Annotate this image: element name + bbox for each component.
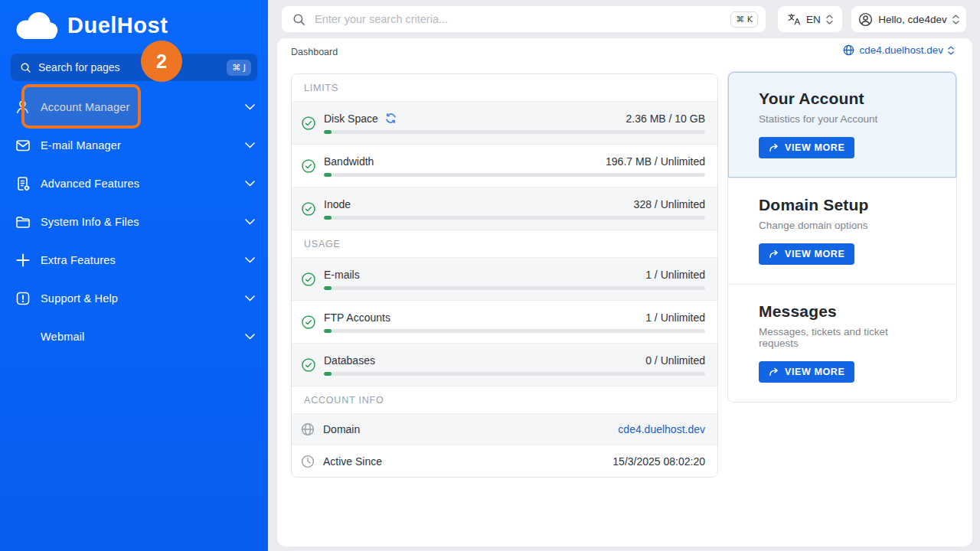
stat-label: Databases	[324, 354, 375, 367]
check-circle-icon	[301, 201, 316, 217]
info-value: 15/3/2025 08:02:20	[612, 455, 705, 468]
stat-value: 328 / Unlimited	[634, 198, 705, 210]
sidebar-item-label: Support & Help	[41, 292, 245, 305]
progress-fill	[324, 372, 332, 376]
section-header-account-info: ACCOUNT INFO	[292, 386, 717, 414]
view-more-button[interactable]: VIEW MORE	[759, 137, 854, 158]
translate-icon	[787, 12, 801, 26]
account-stats-table: LIMITS Disk Space 2.36 MB / 10 GB	[291, 73, 718, 478]
app-logo[interactable]: DuelHost	[0, 0, 268, 51]
view-more-button[interactable]: VIEW MORE	[759, 361, 854, 383]
card-your-account: Your Account Statistics for your Account…	[728, 72, 956, 178]
cloud-logo-icon	[11, 8, 61, 43]
progress-fill	[324, 286, 332, 290]
check-circle-icon	[301, 116, 316, 131]
progress-bar	[324, 173, 705, 177]
check-circle-icon	[301, 158, 316, 174]
view-more-label: VIEW MORE	[785, 142, 844, 153]
tutorial-highlight-box	[21, 84, 141, 129]
stat-label: FTP Accounts	[324, 311, 390, 324]
stat-label: Disk Space	[324, 112, 378, 125]
tutorial-step-badge: 2	[141, 41, 182, 82]
globe-icon	[301, 422, 315, 436]
card-domain-setup: Domain Setup Change domain options VIEW …	[728, 178, 956, 285]
sidebar-item-support-help[interactable]: Support & Help	[0, 279, 268, 318]
chevron-down-icon	[245, 295, 255, 302]
domain-selector[interactable]: cde4.duelhost.dev	[843, 44, 954, 56]
progress-fill	[324, 173, 332, 177]
card-title: Your Account	[759, 90, 926, 108]
section-header-usage: USAGE	[292, 230, 717, 258]
globe-icon	[843, 44, 854, 56]
language-selector[interactable]: EN	[778, 6, 842, 32]
keyboard-shortcut-badge: ⌘ K	[730, 11, 758, 28]
clock-icon	[301, 455, 315, 468]
search-icon	[292, 13, 305, 26]
plus-icon	[15, 253, 31, 268]
table-row: Domain cde4.duelhost.dev	[292, 414, 717, 445]
global-search[interactable]: ⌘ K	[282, 6, 766, 32]
sidebar-item-email-manager[interactable]: E-mail Manager	[0, 126, 268, 165]
refresh-icon[interactable]	[385, 112, 397, 124]
card-messages: Messages Messages, tickets and ticket re…	[728, 285, 956, 402]
sidebar-item-advanced-features[interactable]: Advanced Features	[0, 165, 268, 203]
progress-fill	[324, 216, 332, 220]
progress-bar	[324, 130, 705, 134]
stat-value: 1 / Unlimited	[645, 269, 705, 281]
sidebar-item-system-info-files[interactable]: System Info & Files	[0, 203, 268, 241]
user-greeting: Hello, cde4dev	[878, 14, 946, 25]
table-row: Disk Space 2.36 MB / 10 GB	[292, 102, 717, 145]
main-panel: Dashboard cde4.duelhost.dev LIMITS Disk …	[277, 38, 972, 546]
updown-chevron-icon	[948, 46, 954, 55]
global-search-input[interactable]	[315, 13, 730, 25]
updown-chevron-icon	[826, 15, 833, 24]
chevron-down-icon	[245, 257, 255, 263]
current-domain: cde4.duelhost.dev	[859, 44, 943, 56]
stat-value: 196.7 MB / Unlimited	[606, 155, 705, 168]
sidebar-item-label: E-mail Manager	[41, 139, 245, 152]
exclamation-square-icon	[15, 291, 31, 306]
view-more-label: VIEW MORE	[785, 249, 844, 259]
domain-link[interactable]: cde4.duelhost.dev	[618, 423, 705, 435]
redirect-arrow-icon	[769, 367, 779, 377]
table-row: Inode 328 / Unlimited	[292, 187, 717, 230]
sidebar-item-label: Extra Features	[41, 254, 245, 266]
progress-fill	[324, 130, 332, 134]
chevron-down-icon	[245, 142, 255, 148]
user-menu[interactable]: Hello, cde4dev	[851, 6, 966, 32]
sidebar-item-extra-features[interactable]: Extra Features	[0, 241, 268, 279]
sidebar-item-webmail[interactable]: Webmail	[0, 318, 268, 356]
check-circle-icon	[301, 357, 316, 373]
table-row: Databases 0 / Unlimited	[292, 344, 717, 386]
stat-value: 1 / Unlimited	[645, 311, 705, 324]
search-icon	[20, 62, 31, 73]
chevron-down-icon	[245, 334, 255, 340]
table-row: Bandwidth 196.7 MB / Unlimited	[292, 145, 717, 187]
envelope-icon	[15, 138, 31, 153]
card-subtitle: Statistics for your Account	[759, 113, 926, 125]
progress-fill	[324, 329, 332, 333]
sidebar: DuelHost ⌘ J Account Manager E-mail Mana…	[0, 0, 268, 551]
chevron-down-icon	[245, 181, 255, 187]
stat-label: Inode	[324, 198, 351, 210]
progress-bar	[324, 286, 705, 290]
sidebar-search[interactable]: ⌘ J	[11, 54, 257, 81]
sidebar-search-input[interactable]	[38, 61, 227, 73]
sidebar-item-label: Advanced Features	[41, 178, 245, 190]
keyboard-shortcut-badge: ⌘ J	[227, 60, 251, 76]
redirect-arrow-icon	[769, 143, 779, 152]
card-subtitle: Messages, tickets and ticket requests	[759, 326, 926, 349]
quick-link-cards: Your Account Statistics for your Account…	[727, 71, 957, 403]
language-code: EN	[806, 14, 821, 25]
info-label: Domain	[323, 423, 360, 435]
updown-chevron-icon	[952, 15, 959, 24]
user-circle-icon	[858, 12, 873, 27]
table-row: FTP Accounts 1 / Unlimited	[292, 301, 717, 344]
check-circle-icon	[301, 272, 316, 287]
view-more-button[interactable]: VIEW MORE	[759, 243, 854, 265]
card-title: Messages	[759, 302, 926, 321]
document-gear-icon	[15, 176, 31, 191]
section-header-limits: LIMITS	[292, 74, 717, 102]
stat-label: Bandwidth	[324, 155, 374, 168]
folder-icon	[15, 214, 31, 230]
